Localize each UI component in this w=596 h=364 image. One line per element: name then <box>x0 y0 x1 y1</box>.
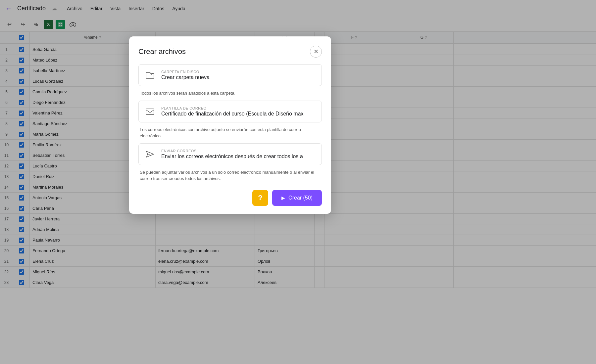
modal-close-button[interactable]: ✕ <box>310 46 322 58</box>
modal-footer: ? ▶ Crear (50) <box>138 190 322 206</box>
close-icon: ✕ <box>314 48 319 55</box>
modal-header: Crear archivos ✕ <box>138 46 322 58</box>
send-emails-card[interactable]: Enviar correos Enviar los correos electr… <box>138 143 322 165</box>
send-emails-content: Enviar correos Enviar los correos electr… <box>161 149 303 159</box>
create-label: Crear (50) <box>288 195 313 201</box>
email-template-icon <box>144 108 156 115</box>
email-template-value: Certificado de finalización del curso (E… <box>161 111 304 117</box>
folder-option-content: Carpeta en Disco Crear carpeta nueva <box>161 70 210 80</box>
modal-title: Crear archivos <box>138 47 186 56</box>
folder-option-card[interactable]: Carpeta en Disco Crear carpeta nueva <box>138 64 322 86</box>
folder-option-desc: Todos los archivos serán añadidos a esta… <box>138 90 322 97</box>
email-template-label: Plantilla de correo <box>161 106 304 110</box>
cloud-folder-icon <box>144 71 156 79</box>
crear-archivos-modal: Crear archivos ✕ Carpeta en Disco Crear … <box>129 36 331 214</box>
send-emails-icon <box>144 151 156 158</box>
email-template-card[interactable]: Plantilla de correo Certificado de final… <box>138 101 322 122</box>
create-button[interactable]: ▶ Crear (50) <box>272 190 322 206</box>
help-icon: ? <box>258 194 262 202</box>
create-play-icon: ▶ <box>281 195 285 201</box>
send-emails-label: Enviar correos <box>161 149 303 153</box>
help-button[interactable]: ? <box>252 190 268 206</box>
send-emails-value: Enviar los correos electrónicos después … <box>161 154 303 159</box>
folder-option-value: Crear carpeta nueva <box>161 74 210 80</box>
folder-option-label: Carpeta en Disco <box>161 70 210 74</box>
email-template-desc: Los correos electrónicos con archivo adj… <box>138 126 322 139</box>
send-emails-desc: Se pueden adjuntar varios archivos a un … <box>138 169 322 182</box>
email-template-content: Plantilla de correo Certificado de final… <box>161 106 304 117</box>
svg-rect-6 <box>146 109 154 114</box>
